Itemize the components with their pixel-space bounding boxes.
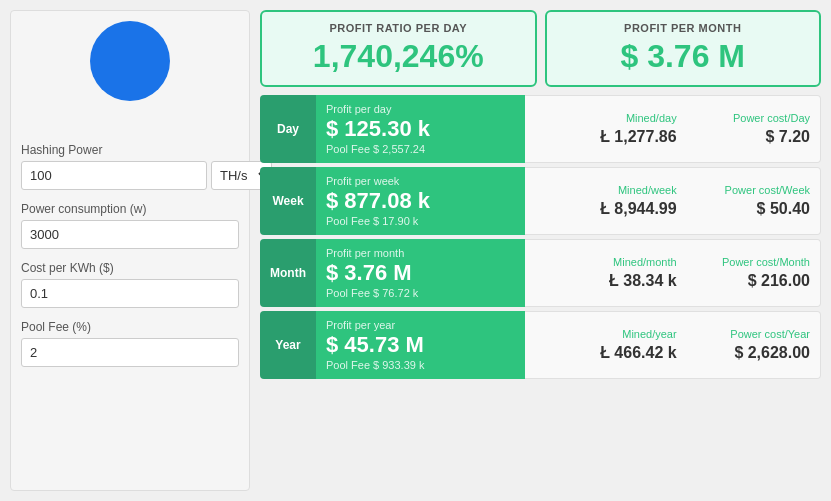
- profit-label-week: Profit per week: [326, 175, 515, 187]
- mined-label-day: Mined/day: [626, 112, 677, 124]
- power-value-day: $ 7.20: [766, 128, 810, 146]
- field-group-cost_per_kwh: Cost per KWh ($): [21, 261, 239, 308]
- stat-label-profit_per_month: PROFIT PER MONTH: [561, 22, 806, 34]
- pool-fee-year: Pool Fee $ 933.39 k: [326, 359, 515, 371]
- profit-value-week: $ 877.08 k: [326, 189, 515, 213]
- left-panel: Hashing PowerTH/sGH/sMH/sPower consumpti…: [10, 10, 250, 491]
- stat-value-profit_per_month: $ 3.76 M: [561, 38, 806, 75]
- mined-section-year: Mined/yearŁ 466.42 k: [525, 311, 687, 379]
- profit-section-year: Profit per year$ 45.73 MPool Fee $ 933.3…: [316, 311, 525, 379]
- data-rows: DayProfit per day$ 125.30 kPool Fee $ 2,…: [260, 95, 821, 379]
- power-value-month: $ 216.00: [748, 272, 810, 290]
- field-input-cost_per_kwh[interactable]: [21, 279, 239, 308]
- mined-label-year: Mined/year: [622, 328, 676, 340]
- power-label-month: Power cost/Month: [722, 256, 810, 268]
- data-row-month: MonthProfit per month$ 3.76 MPool Fee $ …: [260, 239, 821, 307]
- mined-label-month: Mined/month: [613, 256, 677, 268]
- power-label-day: Power cost/Day: [733, 112, 810, 124]
- stat-label-profit_ratio_per_day: PROFIT RATIO PER DAY: [276, 22, 521, 34]
- right-panel: PROFIT RATIO PER DAY1,740,246%PROFIT PER…: [260, 10, 821, 491]
- power-section-year: Power cost/Year$ 2,628.00: [687, 311, 821, 379]
- field-label-pool_fee: Pool Fee (%): [21, 320, 239, 334]
- mined-section-day: Mined/dayŁ 1,277.86: [525, 95, 687, 163]
- power-value-week: $ 50.40: [757, 200, 810, 218]
- period-label-week: Week: [260, 167, 316, 235]
- mined-value-month: Ł 38.34 k: [609, 272, 677, 290]
- profit-label-year: Profit per year: [326, 319, 515, 331]
- data-row-year: YearProfit per year$ 45.73 MPool Fee $ 9…: [260, 311, 821, 379]
- pool-fee-month: Pool Fee $ 76.72 k: [326, 287, 515, 299]
- profit-section-month: Profit per month$ 3.76 MPool Fee $ 76.72…: [316, 239, 525, 307]
- mined-label-week: Mined/week: [618, 184, 677, 196]
- pool-fee-day: Pool Fee $ 2,557.24: [326, 143, 515, 155]
- period-label-year: Year: [260, 311, 316, 379]
- mined-value-day: Ł 1,277.86: [600, 128, 677, 146]
- mined-section-week: Mined/weekŁ 8,944.99: [525, 167, 687, 235]
- field-label-hashing_power: Hashing Power: [21, 143, 239, 157]
- mined-value-year: Ł 466.42 k: [600, 344, 677, 362]
- mined-section-month: Mined/monthŁ 38.34 k: [525, 239, 687, 307]
- field-group-power_consumption: Power consumption (w): [21, 202, 239, 249]
- stat-box-profit_per_month: PROFIT PER MONTH$ 3.76 M: [545, 10, 822, 87]
- field-input-power_consumption[interactable]: [21, 220, 239, 249]
- mined-value-week: Ł 8,944.99: [600, 200, 677, 218]
- field-label-cost_per_kwh: Cost per KWh ($): [21, 261, 239, 275]
- stat-value-profit_ratio_per_day: 1,740,246%: [276, 38, 521, 75]
- field-group-hashing_power: Hashing PowerTH/sGH/sMH/s: [21, 143, 239, 190]
- power-section-month: Power cost/Month$ 216.00: [687, 239, 821, 307]
- field-label-power_consumption: Power consumption (w): [21, 202, 239, 216]
- top-stats: PROFIT RATIO PER DAY1,740,246%PROFIT PER…: [260, 10, 821, 87]
- profit-value-month: $ 3.76 M: [326, 261, 515, 285]
- power-label-week: Power cost/Week: [725, 184, 810, 196]
- power-label-year: Power cost/Year: [730, 328, 810, 340]
- data-row-week: WeekProfit per week$ 877.08 kPool Fee $ …: [260, 167, 821, 235]
- field-input-pool_fee[interactable]: [21, 338, 239, 367]
- field-input-hashing_power[interactable]: [21, 161, 207, 190]
- stat-box-profit_ratio_per_day: PROFIT RATIO PER DAY1,740,246%: [260, 10, 537, 87]
- logo-circle: [90, 21, 170, 101]
- profit-section-week: Profit per week$ 877.08 kPool Fee $ 17.9…: [316, 167, 525, 235]
- profit-value-year: $ 45.73 M: [326, 333, 515, 357]
- field-group-pool_fee: Pool Fee (%): [21, 320, 239, 367]
- power-value-year: $ 2,628.00: [734, 344, 810, 362]
- period-label-day: Day: [260, 95, 316, 163]
- profit-section-day: Profit per day$ 125.30 kPool Fee $ 2,557…: [316, 95, 525, 163]
- profit-value-day: $ 125.30 k: [326, 117, 515, 141]
- profit-label-month: Profit per month: [326, 247, 515, 259]
- profit-label-day: Profit per day: [326, 103, 515, 115]
- power-section-week: Power cost/Week$ 50.40: [687, 167, 821, 235]
- main-container: Hashing PowerTH/sGH/sMH/sPower consumpti…: [0, 0, 831, 501]
- data-row-day: DayProfit per day$ 125.30 kPool Fee $ 2,…: [260, 95, 821, 163]
- pool-fee-week: Pool Fee $ 17.90 k: [326, 215, 515, 227]
- power-section-day: Power cost/Day$ 7.20: [687, 95, 821, 163]
- period-label-month: Month: [260, 239, 316, 307]
